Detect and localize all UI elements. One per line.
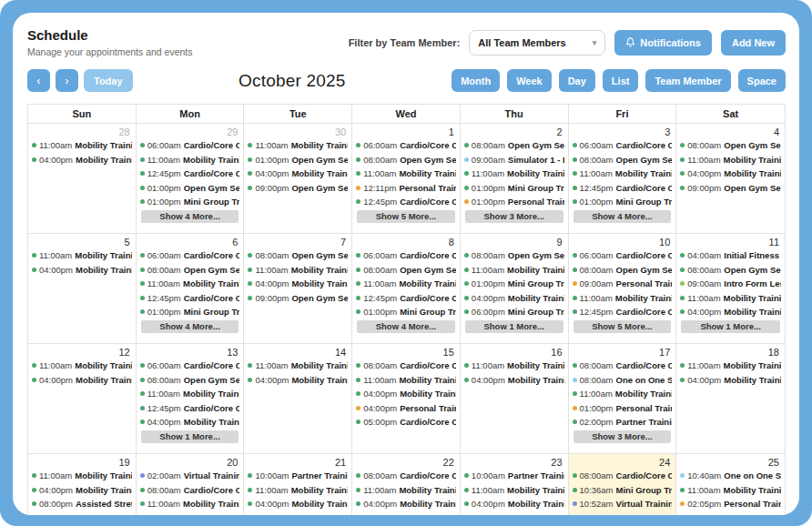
event-item[interactable]: 09:00pmOpen Gym Ses... [678,181,783,196]
event-item[interactable]: 04:00pmMobility Traini... [246,373,350,388]
event-item[interactable]: 12:45pmCardio/Core Cla... [571,305,675,319]
event-item[interactable]: 08:00amOpen Gym Ses... [462,138,566,153]
show-more-button[interactable]: Show 3 More... [573,430,672,443]
day-cell[interactable]: 306:00amCardio/Core Cl...08:00amOpen Gym… [569,124,677,233]
event-item[interactable]: 12:45pmCardio/Core Cla... [571,181,675,196]
event-item[interactable]: 08:00amOne on One Str... [571,373,675,388]
event-item[interactable]: 06:00amCardio/Core Cl... [354,248,458,263]
event-item[interactable]: 08:00amOpen Gym Ses... [462,248,566,263]
event-item[interactable]: 09:00pmOpen Gym Ses... [246,291,350,306]
event-item[interactable]: 11:00amMobility Trainin... [246,263,350,278]
event-item[interactable]: 08:00amOpen Gym Ses... [246,248,350,263]
event-item[interactable]: 08:00pmAssisted Stretc... [30,497,134,511]
notifications-button[interactable]: Notifications [614,30,712,56]
day-cell[interactable]: 208:00amOpen Gym Ses...09:00amSimulator … [461,124,569,233]
event-item[interactable]: 10:52amVirtual Training... [571,497,675,511]
show-more-button[interactable]: Show 3 More... [465,210,563,223]
event-item[interactable]: 04:00pmMobility Traini... [354,497,458,511]
event-item[interactable]: 11:00amMobility Trainin... [246,138,350,153]
event-item[interactable]: 08:00amCardio/Core Cl... [354,359,458,373]
event-item[interactable]: 04:00pmMobility Traini... [462,291,566,306]
day-cell[interactable]: 2811:00amMobility Trainin...04:00pmMobil… [28,124,137,233]
event-item[interactable]: 04:00pmMobility Traini... [246,497,350,511]
team-member-select[interactable]: All Team Members ▾ [469,30,605,56]
view-button-team-member[interactable]: Team Member [645,69,730,92]
event-item[interactable]: 04:00pmMobility Traini... [462,497,566,511]
event-item[interactable]: 11:00amMobility Trainin... [354,373,458,388]
event-item[interactable]: 08:00amCardio/Core Cl... [354,469,458,483]
event-item[interactable]: 02:05pmPersonal Traine... [678,497,783,511]
show-more-button[interactable]: Show 4 More... [573,210,672,223]
event-item[interactable]: 12:45pmCardio/Core Cla... [138,401,242,416]
event-item[interactable]: 11:00amMobility Trainin... [678,359,783,373]
event-item[interactable]: 12:45pmCardio/Core Cla... [354,195,458,209]
show-more-button[interactable]: Show 4 More... [141,210,239,223]
event-item[interactable]: 04:00pmMobility Traini... [354,387,458,401]
event-item[interactable]: 06:00amCardio/Core Cl... [138,359,242,373]
event-item[interactable]: 01:00pmPersonal Traine... [571,401,675,416]
event-item[interactable]: 11:00amMobility Trainin... [30,138,134,153]
day-cell[interactable]: 606:00amCardio/Core Cl...08:00amOpen Gym… [137,234,245,343]
event-item[interactable]: 11:00amMobility Trainin... [678,291,783,306]
day-cell[interactable]: 1911:00amMobility Trainin...04:00pmMobil… [28,454,137,515]
event-item[interactable]: 06:00amCardio/Core Cl... [138,138,242,153]
event-item[interactable]: 11:00amMobility Trainin... [30,469,134,483]
event-item[interactable]: 11:00amMobility Trainin... [246,359,350,373]
event-item[interactable]: 04:00pmMobility Traini... [462,373,566,388]
event-item[interactable]: 08:00amCardio/Core Cl... [571,359,675,373]
event-item[interactable]: 11:00amMobility Trainin... [30,359,134,373]
next-button[interactable]: › [56,69,78,92]
day-cell[interactable]: 1006:00amCardio/Core Cl...08:00amOpen Gy… [569,234,677,343]
day-cell[interactable]: 2002:00amVirtual Training...08:00amCardi… [137,454,245,515]
event-item[interactable]: 04:00pmMobility Trainin... [678,167,783,181]
event-item[interactable]: 01:00pmMini Group Trai... [138,195,242,209]
event-item[interactable]: 08:00amOpen Gym Ses... [354,263,458,278]
day-cell[interactable]: 2310:00amPartner Trainin...11:00amMobili… [461,454,569,515]
day-cell[interactable]: 1411:00amMobility Trainin...04:00pmMobil… [244,344,352,453]
day-cell[interactable]: 2110:00amPartner Trainin...11:00amMobili… [244,454,352,515]
event-item[interactable]: 11:00amMobility Trainin... [138,277,242,291]
event-item[interactable]: 02:00pmPartner Trainin... [571,415,675,430]
event-item[interactable]: 10:00amPartner Trainin... [246,469,350,483]
view-button-space[interactable]: Space [738,69,786,92]
event-item[interactable]: 01:00pmMini Group Trai... [462,181,566,196]
event-item[interactable]: 11:00amMobility Trainin... [571,291,675,306]
event-item[interactable]: 01:00pmMini Group Trai... [138,305,242,319]
event-item[interactable]: 11:00amMobility Trainin... [678,153,783,167]
event-item[interactable]: 04:00pmMobility Trainin... [30,153,134,167]
event-item[interactable]: 08:00amOpen Gym Ses... [354,153,458,167]
event-item[interactable]: 11:00amMobility Trainin... [138,387,242,401]
event-item[interactable]: 06:00amCardio/Core Cl... [354,138,458,153]
event-item[interactable]: 11:00amMobility Trainin... [571,167,675,181]
event-item[interactable]: 04:00pmPersonal Train... [354,401,458,416]
show-more-button[interactable]: Show 1 More... [681,320,780,333]
day-cell[interactable]: 1708:00amCardio/Core Cl...08:00amOne on … [569,344,677,453]
event-item[interactable]: 04:00pmMobility Trainin... [30,263,134,278]
event-item[interactable]: 11:00amMobility Trainin... [571,387,675,401]
event-item[interactable]: 11:00amMobility Trainin... [462,483,566,498]
event-item[interactable]: 12:45pmCardio/Core Cla... [138,167,242,181]
event-item[interactable]: 01:00pmMini Group Trai... [354,305,458,319]
event-item[interactable]: 11:00amMobility Trainin... [138,497,242,511]
event-item[interactable]: 08:00amOpen Gym Ses... [678,138,783,153]
event-item[interactable]: 05:00pmCardio/Core Cl... [354,415,458,430]
event-item[interactable]: 11:00amMobility Trainin... [462,263,566,278]
event-item[interactable]: 09:00pmOpen Gym Ses... [246,181,350,196]
day-cell[interactable]: 511:00amMobility Trainin...04:00pmMobili… [28,234,137,343]
event-item[interactable]: 04:00pmMobility Trainin... [30,373,134,388]
event-item[interactable]: 08:00amOpen Gym Ses... [678,263,783,278]
event-item[interactable]: 08:00amCardio/Core Cl... [571,469,675,483]
event-item[interactable]: 04:00pmMobility Trainin... [678,305,783,319]
event-item[interactable]: 06:00amCardio/Core Cl... [571,138,675,153]
event-item[interactable]: 09:00amPersonal Traine... [571,277,675,291]
event-item[interactable]: 12:45pmCardio/Core Cla... [354,291,458,306]
event-item[interactable]: 11:00amMobility Trainin... [354,277,458,291]
day-cell[interactable]: 908:00amOpen Gym Ses...11:00amMobility T… [461,234,569,343]
event-item[interactable]: 09:00amIntro Form Less... [678,277,783,291]
event-item[interactable]: 06:00amCardio/Core Cl... [138,248,242,263]
event-item[interactable]: 11:00amMobility Trainin... [678,483,783,498]
show-more-button[interactable]: Show 4 More... [141,320,239,333]
event-item[interactable]: 12:45pmCardio/Core Cla... [138,291,242,306]
event-item[interactable]: 01:00pmMini Group Trai... [462,277,566,291]
day-cell[interactable]: 806:00amCardio/Core Cl...08:00amOpen Gym… [352,234,461,343]
